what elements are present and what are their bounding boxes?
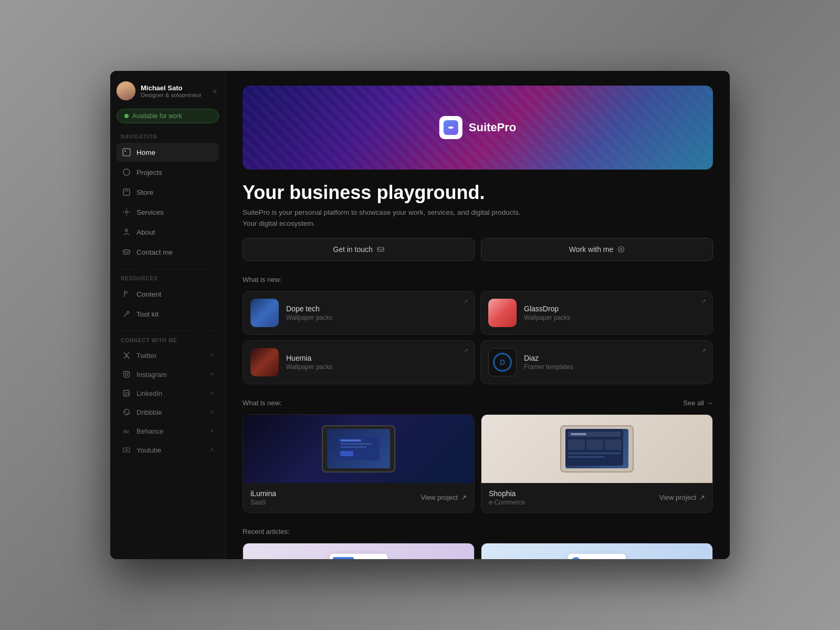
svg-point-19 (124, 410, 130, 415)
svg-point-13 (125, 373, 128, 376)
svg-rect-32 (571, 433, 586, 435)
recent-articles-label: Recent articles: (243, 528, 290, 536)
ilumina-screen (327, 429, 390, 468)
project-grid: iLumina SaaS View project ↗ (243, 414, 713, 513)
ilumina-footer: iLumina SaaS View project ↗ (243, 483, 474, 512)
product-card-diaz[interactable]: D Diaz Framer templates ↗ (480, 340, 713, 384)
get-in-touch-button[interactable]: Get in touch (243, 238, 475, 261)
shophia-view-button[interactable]: View project ↗ (659, 494, 705, 501)
project-card-shophia[interactable]: Shophia e-Commerce View project ↗ (481, 414, 713, 513)
divider-1 (117, 269, 219, 269)
sidebar-item-about-label: About (136, 228, 155, 236)
svg-point-14 (128, 372, 129, 373)
ilumina-screen-content (335, 434, 382, 463)
envelope-icon (377, 246, 384, 253)
sidebar-item-services-label: Services (136, 208, 164, 216)
huemia-arrow: ↗ (463, 347, 468, 354)
get-in-touch-label: Get in touch (333, 245, 373, 254)
svg-rect-33 (568, 439, 585, 450)
sidebar: Michael Sato Designer & solopreneur « Av… (110, 71, 226, 559)
sidebar-item-content[interactable]: Content (117, 285, 219, 303)
main-nav: Home Projects Store (117, 143, 219, 262)
twitter-icon (122, 351, 131, 360)
see-all-arrow: → (706, 399, 713, 407)
twitter-left: Twitter (122, 351, 156, 360)
contact-icon (122, 247, 131, 257)
sidebar-item-dribbble[interactable]: Dribbble ↗ (117, 403, 219, 421)
svg-rect-37 (568, 456, 605, 458)
external-link-icon-6: ↗ (209, 447, 214, 454)
sidebar-item-home[interactable]: Home (117, 143, 219, 162)
ilumina-arrow: ↗ (461, 494, 467, 501)
svg-rect-34 (586, 439, 603, 450)
lemon-logo: L (571, 557, 581, 559)
dribbble-left: Dribbble (122, 407, 162, 417)
svg-rect-26 (340, 439, 361, 442)
svg-rect-10 (123, 250, 130, 254)
product-card-glassdrop[interactable]: GlassDrop Wallpaper packs ↗ (480, 291, 713, 335)
sidebar-item-content-label: Content (136, 290, 161, 298)
article-mockup-1 (330, 554, 387, 559)
sidebar-item-linkedin[interactable]: LinkedIn ↗ (117, 384, 219, 402)
user-text: Michael Sato Designer & solopreneur (141, 84, 202, 98)
sidebar-item-behance[interactable]: Be Behance ↗ (117, 422, 219, 440)
shophia-name: Shophia (489, 489, 525, 498)
external-link-icon-5: ↗ (209, 428, 214, 435)
sidebar-item-store[interactable]: Store (117, 183, 219, 202)
external-link-icon: ↗ (209, 352, 214, 359)
ilumina-view-button[interactable]: View project ↗ (421, 494, 467, 501)
content-icon (122, 289, 131, 299)
sidebar-item-twitter[interactable]: Twitter ↗ (117, 346, 219, 364)
about-icon (122, 227, 131, 237)
see-all-button[interactable]: See all → (683, 399, 713, 407)
shophia-view-label: View project (659, 494, 696, 501)
product-card-huemia[interactable]: Huemia Wallpaper packs ↗ (243, 340, 475, 384)
shophia-info: Shophia e-Commerce (489, 489, 525, 506)
navigation-label: Navigation (117, 134, 219, 140)
product-card-dope-tech[interactable]: Dope tech Wallpaper packs ↗ (243, 291, 475, 335)
huemia-sub: Wallpaper packs (286, 363, 332, 371)
external-link-icon-3: ↗ (209, 390, 214, 397)
svg-rect-27 (340, 443, 372, 445)
sidebar-item-youtube[interactable]: Youtube ↗ (117, 441, 219, 459)
sidebar-item-toolkit[interactable]: Tool kit (117, 304, 219, 323)
article-card-2[interactable]: L (481, 543, 713, 559)
availability-badge[interactable]: Available for work (117, 109, 219, 123)
ilumina-type: SaaS (250, 499, 276, 506)
collapse-button[interactable]: « (211, 85, 219, 97)
hero-description: SuitePro is your personal platform to sh… (243, 208, 713, 216)
glassdrop-arrow: ↗ (701, 298, 706, 305)
resources-label: Resources (117, 276, 219, 281)
work-icon (617, 246, 625, 253)
svg-point-16 (125, 392, 126, 393)
svg-point-9 (125, 229, 128, 232)
sidebar-item-services[interactable]: Services (117, 203, 219, 222)
diaz-name: Diaz (524, 354, 573, 362)
instagram-icon (122, 370, 131, 379)
sidebar-item-home-label: Home (136, 149, 155, 156)
svg-point-23 (618, 246, 624, 252)
dope-tech-name: Dope tech (286, 304, 332, 313)
glassdrop-thumb (488, 299, 517, 327)
sidebar-item-contact[interactable]: Contact me (117, 243, 219, 261)
project-card-ilumina[interactable]: iLumina SaaS View project ↗ (243, 414, 475, 513)
see-all-label: See all (683, 399, 704, 407)
twitter-label: Twitter (136, 352, 156, 360)
ilumina-image (243, 415, 474, 483)
linkedin-label: LinkedIn (136, 390, 162, 397)
shophia-footer: Shophia e-Commerce View project ↗ (481, 483, 712, 512)
ilumina-laptop-mock (322, 425, 395, 472)
user-name: Michael Sato (141, 84, 202, 92)
hero-logo: SuitePro (439, 116, 516, 139)
sidebar-item-about[interactable]: About (117, 223, 219, 242)
connect-label: Connect with me (117, 338, 219, 343)
work-with-me-button[interactable]: Work with me (481, 238, 713, 261)
sidebar-item-instagram[interactable]: Instagram ↗ (117, 365, 219, 383)
article-card-1[interactable] (243, 543, 475, 559)
suitepro-icon (439, 116, 463, 139)
sidebar-item-projects-label: Projects (136, 169, 162, 176)
sidebar-item-projects[interactable]: Projects (117, 163, 219, 182)
availability-dot (124, 114, 129, 118)
product-grid: Dope tech Wallpaper packs ↗ GlassDrop Wa… (243, 291, 713, 384)
svg-rect-35 (605, 439, 622, 450)
